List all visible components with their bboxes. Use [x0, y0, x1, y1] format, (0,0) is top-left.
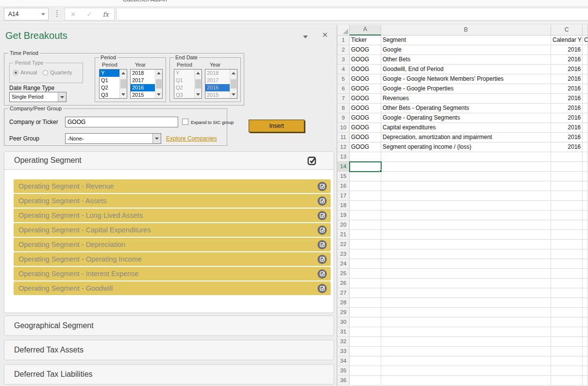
row-header-1[interactable]: 1: [337, 35, 350, 45]
cell-a21[interactable]: [350, 230, 381, 240]
cell-c26[interactable]: [551, 279, 583, 288]
pane-menu-caret-icon[interactable]: [303, 35, 308, 38]
cell-d20[interactable]: [583, 220, 588, 230]
cell-c35[interactable]: [551, 366, 583, 376]
section-operating-segment[interactable]: Operating Segment: [4, 151, 334, 170]
row-header-7[interactable]: 7: [337, 94, 350, 104]
cell-d36[interactable]: [583, 376, 588, 386]
period-listbox[interactable]: YQ1Q2Q3: [99, 69, 127, 99]
row-header-10[interactable]: 10: [337, 123, 350, 133]
check-badge-icon[interactable]: [318, 226, 327, 235]
cell-c5[interactable]: 2016: [551, 74, 583, 84]
formula-input[interactable]: [117, 8, 588, 20]
cell-c10[interactable]: 2016: [551, 123, 583, 133]
breakout-row[interactable]: Operating Segment - Assets: [14, 194, 331, 208]
row-header-18[interactable]: 18: [337, 201, 350, 211]
cell-d18[interactable]: [583, 201, 588, 211]
cell-a14[interactable]: [350, 162, 381, 172]
fill-handle[interactable]: [379, 170, 382, 173]
cell-a6[interactable]: GOOG: [350, 84, 381, 94]
cell-c36[interactable]: [551, 376, 583, 386]
row-header-26[interactable]: 26: [337, 279, 350, 288]
cell-a20[interactable]: [350, 220, 381, 230]
cell-b8[interactable]: Other Bets - Operating Segments: [381, 104, 551, 113]
cell-d1[interactable]: C: [583, 35, 588, 45]
cell-a17[interactable]: [350, 191, 381, 201]
row-header-34[interactable]: 34: [337, 356, 350, 366]
cell-a31[interactable]: [350, 327, 381, 337]
cell-d7[interactable]: [583, 94, 588, 104]
cell-d9[interactable]: [583, 113, 588, 123]
scrollbar[interactable]: [155, 70, 162, 98]
cell-a2[interactable]: GOOG: [350, 45, 381, 55]
cell-c25[interactable]: [551, 269, 583, 279]
cell-b22[interactable]: [381, 240, 551, 249]
cell-d4[interactable]: [583, 65, 588, 74]
cell-a7[interactable]: GOOG: [350, 94, 381, 104]
scrollbar[interactable]: [119, 70, 127, 98]
cell-c22[interactable]: [551, 240, 583, 249]
scroll-down-icon[interactable]: [121, 93, 125, 96]
row-header-25[interactable]: 25: [337, 269, 350, 279]
cell-b34[interactable]: [381, 356, 551, 366]
cell-a24[interactable]: [350, 259, 381, 269]
cell-d21[interactable]: [583, 230, 588, 240]
row-header-21[interactable]: 21: [337, 230, 350, 240]
cell-d33[interactable]: [583, 347, 588, 356]
row-header-6[interactable]: 6: [337, 84, 350, 94]
cell-a13[interactable]: [350, 152, 381, 162]
scroll-thumb[interactable]: [120, 79, 126, 88]
row-header-30[interactable]: 30: [337, 317, 350, 327]
list-option[interactable]: Q3: [100, 91, 119, 98]
date-range-type-select[interactable]: Single Period: [9, 92, 67, 102]
cell-a34[interactable]: [350, 356, 381, 366]
cell-b31[interactable]: [381, 327, 551, 337]
row-header-5[interactable]: 5: [337, 74, 350, 84]
cell-d29[interactable]: [583, 308, 588, 317]
insert-button[interactable]: Insert: [249, 120, 304, 132]
row-header-35[interactable]: 35: [337, 366, 350, 376]
select-all-corner[interactable]: [337, 25, 350, 35]
insert-function-icon[interactable]: fx: [103, 11, 109, 18]
cell-b18[interactable]: [381, 201, 551, 211]
cell-b24[interactable]: [381, 259, 551, 269]
cell-b30[interactable]: [381, 317, 551, 327]
select-all-check-icon[interactable]: [307, 156, 317, 166]
breakout-row[interactable]: Operating Segment - Capital Expenditures: [14, 223, 331, 237]
list-option[interactable]: 2018: [131, 70, 155, 77]
check-badge-icon[interactable]: [318, 240, 327, 249]
cell-a3[interactable]: GOOG: [350, 55, 381, 65]
cell-c21[interactable]: [551, 230, 583, 240]
scroll-thumb[interactable]: [156, 79, 162, 88]
cell-c2[interactable]: 2016: [551, 45, 583, 55]
column-header-a[interactable]: A: [350, 25, 381, 35]
cell-a5[interactable]: GOOG: [350, 74, 381, 84]
row-header-22[interactable]: 22: [337, 240, 350, 249]
cell-a22[interactable]: [350, 240, 381, 249]
cell-a12[interactable]: GOOG: [350, 142, 381, 152]
cell-a27[interactable]: [350, 288, 381, 298]
cancel-icon[interactable]: ✕: [70, 11, 76, 18]
cell-a8[interactable]: GOOG: [350, 104, 381, 113]
check-badge-icon[interactable]: [318, 284, 327, 293]
company-ticker-input[interactable]: GOOG: [65, 117, 178, 127]
cell-d22[interactable]: [583, 240, 588, 249]
cell-b5[interactable]: Google - Google Network Members' Propert…: [381, 74, 551, 84]
list-option[interactable]: Q2: [100, 84, 119, 91]
section-deferred-tax-assets[interactable]: Deferred Tax Assets: [4, 340, 334, 360]
radio-annual[interactable]: Annual: [13, 70, 37, 75]
section-geographical-segment[interactable]: Geographical Segment: [4, 316, 334, 336]
cell-c19[interactable]: [551, 211, 583, 220]
cell-a11[interactable]: GOOG: [350, 133, 381, 142]
cell-a30[interactable]: [350, 317, 381, 327]
cell-d34[interactable]: [583, 356, 588, 366]
cell-d8[interactable]: [583, 104, 588, 113]
pane-close-icon[interactable]: ✕: [322, 31, 328, 39]
cell-a35[interactable]: [350, 366, 381, 376]
cell-c27[interactable]: [551, 288, 583, 298]
cell-d28[interactable]: [583, 298, 588, 308]
cell-a32[interactable]: [350, 337, 381, 347]
check-badge-icon[interactable]: [318, 196, 327, 206]
peer-group-select[interactable]: -None-: [65, 133, 161, 144]
cell-c24[interactable]: [551, 259, 583, 269]
